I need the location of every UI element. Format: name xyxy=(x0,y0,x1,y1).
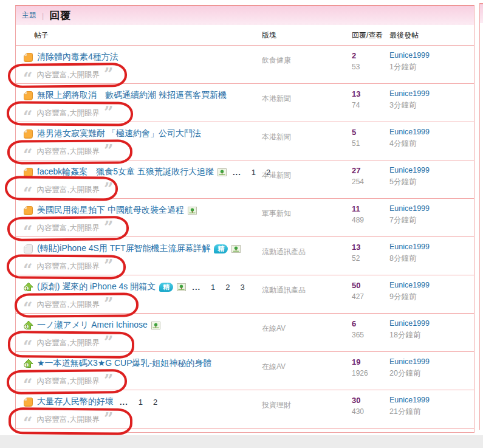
close-quote-icon: ” xyxy=(104,264,114,269)
forum-cell: 流動通訊產品 xyxy=(262,275,352,313)
forum-link[interactable]: 本港新聞 xyxy=(262,133,291,141)
forum-link[interactable]: 流動通訊產品 xyxy=(262,286,306,294)
open-quote-icon: “ xyxy=(23,345,33,350)
forum-link[interactable]: 本港新聞 xyxy=(262,94,291,103)
reply-count: 11 xyxy=(352,204,389,213)
open-quote-icon: “ xyxy=(23,115,33,120)
thread-cell: 1 ★一本道無碼X3★G CUP爆乳-姐姐神秘的身體 “ 內容豐富,大開眼界 ” xyxy=(23,352,262,390)
replies-views-cell: 30 430 xyxy=(352,390,389,428)
view-count: 427 xyxy=(352,292,389,302)
page-number-link[interactable]: 3 xyxy=(241,283,245,292)
last-poster-link[interactable]: Eunice1999 xyxy=(389,128,474,137)
forum-link[interactable]: 流動通訊產品 xyxy=(262,247,306,256)
reply-count: 50 xyxy=(352,281,389,290)
tab-topics[interactable]: 主題 xyxy=(22,10,36,21)
thread-row: 1 ★一本道無碼X3★G CUP爆乳-姐姐神秘的身體 “ 內容豐富,大開眼界 ”… xyxy=(16,352,474,390)
svg-text:1: 1 xyxy=(26,324,28,328)
forum-link[interactable]: 飲食健康 xyxy=(262,56,291,64)
view-count: 254 xyxy=(352,177,389,187)
last-post-cell: Eunice1999 18分鐘前 xyxy=(389,314,474,351)
page-number-link[interactable]: 1 xyxy=(252,168,256,177)
page-number-link[interactable]: 2 xyxy=(153,398,157,407)
last-post-cell: Eunice1999 21分鐘前 xyxy=(389,390,474,428)
topic-folder-icon xyxy=(23,52,34,63)
page-number-link[interactable]: 1 xyxy=(211,283,215,292)
forum-cell: 流動通訊產品 xyxy=(262,237,352,275)
thread-cell: facebk輪姦案 獵食5女童 五狼荒誕敗行大追蹤 ...12 “ 內容豐富,大… xyxy=(23,160,262,198)
column-last-post: 最後發帖 xyxy=(389,30,474,41)
view-count: 74 xyxy=(352,101,389,110)
view-count: 51 xyxy=(352,139,389,148)
forum-link[interactable]: 在線AV xyxy=(262,362,286,371)
thread-title-link[interactable]: 大量存人民幣的好壞 xyxy=(37,396,114,407)
last-poster-link[interactable]: Eunice1999 xyxy=(389,357,474,367)
thread-title-link[interactable]: ★一本道無碼X3★G CUP爆乳-姐姐神秘的身體 xyxy=(37,358,211,369)
thread-cell: 無限上網將取消 數碼通續約潮 辣招逼舊客買新機 “ 內容豐富,大開眼界 ” xyxy=(23,84,262,122)
thread-title-link[interactable]: facebk輪姦案 獵食5女童 五狼荒誕敗行大追蹤 xyxy=(37,167,214,177)
replies-views-cell: 11 489 xyxy=(352,199,389,236)
content-preview-quote: “ 內容豐富,大開眼界 ” xyxy=(23,68,262,81)
thread-row: 1 (原創) 遲來的 iPhone 4s 開箱文 精 ...123 “ 內容豐富… xyxy=(16,275,474,314)
last-poster-link[interactable]: Eunice1999 xyxy=(389,319,474,328)
content-preview-quote: “ 內容豐富,大開眼界 ” xyxy=(23,145,262,158)
thread-row: (轉貼)iPhone 4S用 TFT屏智能機主流屏幕詳解 精 “ 內容豐富,大開… xyxy=(16,237,474,275)
reply-count: 6 xyxy=(352,319,389,328)
last-poster-link[interactable]: Eunice1999 xyxy=(389,396,474,405)
digest-badge: 精 xyxy=(214,244,228,253)
quote-text: 內容豐富,大開眼界 xyxy=(37,146,100,157)
thread-title-link[interactable]: 美國民用衛星拍下 中國航母改裝全過程 xyxy=(37,205,184,216)
quote-text: 內容豐富,大開眼界 xyxy=(37,261,100,272)
last-poster-link[interactable]: Eunice1999 xyxy=(389,204,474,213)
topic-folder-icon xyxy=(23,397,34,407)
forum-cell: 本港新聞 xyxy=(262,84,352,122)
forum-link[interactable]: 投資理財 xyxy=(262,401,291,409)
page-bottom-strip xyxy=(0,435,483,448)
last-post-cell: Eunice1999 20分鐘前 xyxy=(389,352,474,390)
topic-folder-icon xyxy=(23,91,34,101)
last-poster-link[interactable]: Eunice1999 xyxy=(389,89,474,98)
close-quote-icon: ” xyxy=(104,111,114,115)
quote-text: 內容豐富,大開眼界 xyxy=(37,376,100,387)
thread-title-link[interactable]: (原創) 遲來的 iPhone 4s 開箱文 xyxy=(37,281,156,292)
last-poster-link[interactable]: Eunice1999 xyxy=(389,281,474,290)
reply-count: 13 xyxy=(352,243,389,252)
thread-title-link[interactable]: 港男港女寂寞難耐 「極速約會」公司大鬥法 xyxy=(37,128,201,139)
close-quote-icon: ” xyxy=(104,379,114,384)
last-poster-link[interactable]: Eunice1999 xyxy=(389,243,474,252)
digest-badge: 精 xyxy=(159,283,173,292)
quote-text: 內容豐富,大開眼界 xyxy=(37,300,100,310)
last-poster-link[interactable]: Eunice1999 xyxy=(389,166,474,175)
thread-cell: 港男港女寂寞難耐 「極速約會」公司大鬥法 “ 內容豐富,大開眼界 ” xyxy=(23,122,262,160)
adjacent-panel-header xyxy=(480,4,483,23)
reply-count: 19 xyxy=(352,357,389,367)
thread-title-link[interactable]: 一ノ瀬アメリ Ameri Ichinose xyxy=(37,320,148,331)
quote-text: 內容豐富,大開眼界 xyxy=(37,108,100,119)
thread-title-link[interactable]: (轉貼)iPhone 4S用 TFT屏智能機主流屏幕詳解 xyxy=(37,243,210,254)
thread-row: 大量存人民幣的好壞 ...12 “ 內容豐富,大開眼界 ” 投資理財 30 43… xyxy=(16,390,474,429)
adjacent-panel-edge xyxy=(479,3,483,430)
page-number-link[interactable]: 2 xyxy=(225,283,230,292)
close-quote-icon: ” xyxy=(104,417,114,422)
replies-views-cell: 50 427 xyxy=(352,275,389,313)
content-preview-quote: “ 內容豐富,大開眼界 ” xyxy=(23,298,262,311)
thread-cell: 1 (原創) 遲來的 iPhone 4s 開箱文 精 ...123 “ 內容豐富… xyxy=(23,275,262,313)
thread-title-link[interactable]: 清除體內毒素4種方法 xyxy=(37,52,118,63)
content-preview-quote: “ 內容豐富,大開眼界 ” xyxy=(23,336,262,350)
image-attachment-icon xyxy=(188,207,197,215)
pagination-ellipsis: ... xyxy=(120,398,128,407)
forum-cell: 投資理財 xyxy=(262,390,352,428)
thread-cell: 1 一ノ瀬アメリ Ameri Ichinose “ 內容豐富,大開眼界 xyxy=(23,314,262,351)
forum-link[interactable]: 軍事新知 xyxy=(262,209,291,218)
forum-link[interactable]: 本港新聞 xyxy=(262,171,291,179)
image-attachment-icon xyxy=(231,245,241,253)
reply-count: 30 xyxy=(352,396,389,405)
thread-title-link[interactable]: 無限上網將取消 數碼通續約潮 辣招逼舊客買新機 xyxy=(37,90,227,101)
forum-link[interactable]: 在線AV xyxy=(262,324,286,333)
last-post-time: 1分鐘前 xyxy=(389,63,474,72)
last-poster-link[interactable]: Eunice1999 xyxy=(389,51,474,60)
tab-replies[interactable]: 回覆 xyxy=(49,9,71,22)
topic-folder-icon xyxy=(23,205,34,216)
pagination-ellipsis: ... xyxy=(233,168,241,177)
last-post-time: 20分鐘前 xyxy=(389,369,474,378)
page-number-link[interactable]: 1 xyxy=(139,398,143,407)
